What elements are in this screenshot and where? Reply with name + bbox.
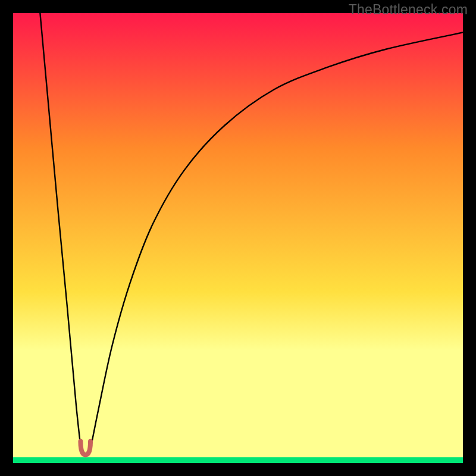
dip-marker xyxy=(80,441,90,455)
curve-left-branch xyxy=(40,13,82,454)
watermark-text: TheBottleneck.com xyxy=(349,2,468,18)
plot-area xyxy=(13,13,463,463)
curve-right-branch xyxy=(90,33,463,454)
curves-layer xyxy=(13,13,463,463)
